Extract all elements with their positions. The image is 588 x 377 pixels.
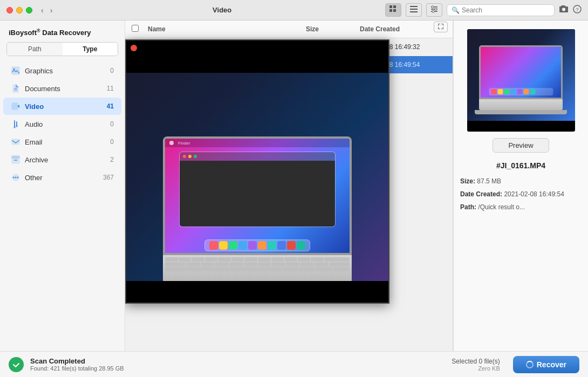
detail-size-row: Size: 87.5 MB — [460, 176, 582, 186]
recover-label: Recover — [537, 360, 566, 369]
camera-button[interactable] — [559, 5, 569, 15]
size-value: 87.5 MB — [477, 177, 501, 185]
search-input[interactable] — [462, 6, 550, 14]
svg-rect-1 — [393, 5, 396, 8]
path-label: Path: — [460, 203, 476, 211]
camera-icon — [559, 5, 569, 13]
selection-count: Selected 0 file(s) — [452, 358, 500, 365]
svg-point-12 — [432, 10, 434, 12]
minimize-button[interactable] — [16, 7, 23, 13]
video-count: 41 — [107, 102, 114, 110]
date-value: 2021-02-08 16:49:54 — [504, 190, 564, 198]
audio-label: Audio — [25, 120, 110, 128]
file-list-section: Name Size Date Created MP4 — [125, 20, 453, 351]
svg-point-31 — [17, 177, 19, 179]
documents-count: 11 — [107, 85, 114, 92]
close-button[interactable] — [6, 7, 13, 13]
svg-rect-0 — [389, 5, 392, 8]
sidebar-item-documents[interactable]: Documents 11 — [3, 80, 121, 97]
grid-icon — [389, 5, 397, 13]
svg-rect-2 — [389, 9, 392, 12]
record-indicator — [131, 45, 137, 51]
sidebar-nav: Graphics 0 Documents 11 — [0, 61, 125, 351]
tab-type[interactable]: Type — [63, 43, 118, 56]
svg-point-29 — [15, 177, 17, 179]
file-details: #JI_0161.MP4 Size: 87.5 MB Date Created:… — [460, 161, 582, 215]
selection-info: Selected 0 file(s) Zero KB — [452, 358, 500, 372]
toolbar-right: 🔍 ? — [385, 3, 582, 17]
graphics-count: 0 — [110, 67, 114, 74]
svg-point-22 — [13, 126, 16, 128]
view-tabs: Path Type — [6, 42, 118, 56]
other-count: 367 — [103, 174, 114, 181]
selection-size: Zero KB — [452, 365, 500, 372]
svg-point-10 — [432, 6, 434, 8]
scan-complete-icon — [9, 357, 24, 372]
scan-info: Scan Completed Found: 421 file(s) totali… — [30, 357, 445, 372]
other-label: Other — [25, 174, 103, 182]
thumbnail-content — [467, 29, 575, 132]
date-label: Date Created: — [460, 190, 502, 198]
video-frame: Finder — [126, 40, 388, 303]
graphics-icon — [11, 66, 20, 76]
svg-rect-26 — [12, 156, 19, 158]
archive-icon — [11, 155, 20, 164]
svg-rect-4 — [410, 6, 418, 7]
svg-rect-6 — [410, 11, 418, 12]
other-icon — [11, 173, 20, 182]
archive-count: 2 — [110, 156, 114, 163]
scan-title: Scan Completed — [30, 357, 445, 365]
title-bar: ‹ › Video 🔍 — [0, 0, 588, 20]
audio-count: 0 — [110, 120, 114, 128]
recover-spinner — [526, 361, 534, 368]
graphics-label: Graphics — [25, 67, 110, 75]
size-label: Size: — [460, 177, 475, 185]
svg-point-13 — [562, 8, 565, 11]
archive-label: Archive — [25, 156, 110, 164]
nav-buttons: ‹ › — [39, 5, 54, 16]
fullscreen-button[interactable] — [26, 7, 32, 13]
preview-thumbnail — [467, 29, 575, 132]
nav-forward-button[interactable]: › — [48, 5, 55, 16]
sidebar-item-email[interactable]: Email 0 — [3, 133, 121, 150]
help-button[interactable]: ? — [573, 5, 582, 15]
search-bar[interactable]: 🔍 — [447, 4, 555, 16]
documents-icon — [11, 84, 20, 93]
tab-path[interactable]: Path — [7, 43, 63, 56]
window-title: Video — [59, 6, 385, 14]
svg-text:?: ? — [576, 7, 579, 12]
detail-filename: #JI_0161.MP4 — [460, 161, 582, 170]
sidebar-item-archive[interactable]: Archive 2 — [3, 151, 121, 168]
content-area: Name Size Date Created MP4 — [125, 20, 588, 351]
sidebar-item-audio[interactable]: Audio 0 — [3, 115, 121, 133]
sidebar-item-video[interactable]: Video 41 — [3, 98, 121, 115]
black-bar-bottom — [467, 121, 575, 132]
app-title: iBoysoft® Data Recovery — [0, 20, 125, 42]
help-icon: ? — [573, 5, 582, 13]
nav-back-button[interactable]: ‹ — [39, 5, 46, 16]
search-icon: 🔍 — [452, 6, 460, 14]
right-panel: Preview #JI_0161.MP4 Size: 87.5 MB Date … — [453, 20, 588, 351]
audio-icon — [11, 119, 20, 129]
documents-label: Documents — [25, 85, 107, 93]
sidebar-item-graphics[interactable]: Graphics 0 — [3, 62, 121, 79]
recover-button[interactable]: Recover — [513, 356, 579, 373]
sidebar-item-other[interactable]: Other 367 — [3, 169, 121, 186]
settings-icon — [430, 5, 438, 13]
video-label: Video — [25, 102, 107, 111]
email-icon — [11, 137, 20, 147]
svg-point-30 — [13, 177, 15, 179]
preview-button[interactable]: Preview — [493, 138, 549, 153]
email-count: 0 — [110, 138, 114, 146]
preview-overlay: Finder — [125, 20, 453, 351]
video-icon — [11, 101, 20, 111]
sidebar: iBoysoft® Data Recovery Path Type Graphi… — [0, 20, 125, 351]
detail-path-row: Path: /Quick result o... — [460, 202, 582, 212]
svg-rect-24 — [12, 139, 19, 145]
main-layout: iBoysoft® Data Recovery Path Type Graphi… — [0, 20, 588, 351]
svg-rect-3 — [393, 9, 396, 12]
svg-point-11 — [435, 8, 437, 10]
grid-view-button[interactable] — [385, 3, 401, 17]
list-view-button[interactable] — [406, 3, 422, 17]
settings-button[interactable] — [426, 3, 442, 17]
